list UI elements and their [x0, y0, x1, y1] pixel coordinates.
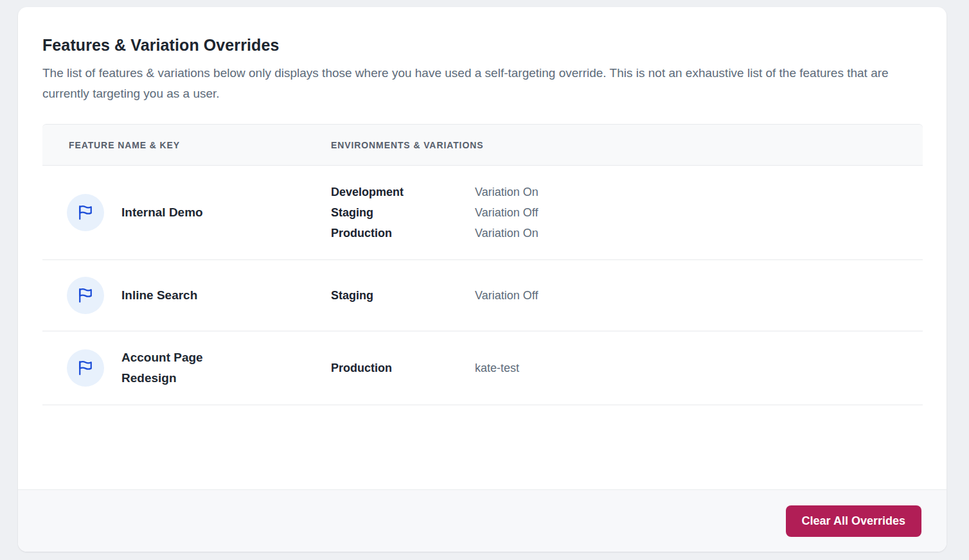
table-row: Internal Demo Development Staging Produc…	[42, 166, 923, 260]
environment-name: Development	[331, 182, 475, 202]
feature-cell: Inline Search	[42, 277, 331, 314]
environment-names: Staging	[331, 285, 475, 306]
variation-value: Variation Off	[475, 202, 923, 223]
feature-name: Inline Search	[121, 285, 197, 306]
environment-names: Production	[331, 358, 475, 378]
feature-name: Account Page Redesign	[121, 347, 227, 389]
variation-value: Variation Off	[475, 285, 923, 306]
variation-values: Variation On Variation Off Variation On	[475, 182, 923, 243]
page-description: The list of features & variations below …	[42, 63, 907, 104]
table-row: Account Page Redesign Production kate-te…	[42, 331, 923, 405]
column-header-environments: Environments & Variations	[331, 140, 923, 150]
panel-footer: Clear All Overrides	[18, 489, 947, 552]
environment-name: Production	[331, 358, 475, 378]
variation-values: kate-test	[475, 358, 923, 378]
clear-all-overrides-button[interactable]: Clear All Overrides	[786, 505, 921, 537]
environment-name: Production	[331, 223, 475, 243]
feature-cell: Internal Demo	[42, 194, 331, 231]
variation-value: Variation On	[475, 182, 923, 202]
variation-values: Variation Off	[475, 285, 923, 306]
column-header-feature: Feature Name & Key	[42, 140, 331, 150]
overrides-table: Feature Name & Key Environments & Variat…	[42, 124, 923, 405]
flag-icon	[67, 277, 104, 314]
page-title: Features & Variation Overrides	[42, 35, 922, 55]
table-header-row: Feature Name & Key Environments & Variat…	[42, 124, 923, 166]
overrides-panel: Features & Variation Overrides The list …	[18, 7, 947, 552]
feature-cell: Account Page Redesign	[42, 347, 331, 389]
table-row: Inline Search Staging Variation Off	[42, 260, 923, 331]
panel-content: Features & Variation Overrides The list …	[18, 7, 947, 489]
flag-icon	[67, 349, 104, 387]
environment-name: Staging	[331, 202, 475, 223]
variation-value: kate-test	[475, 358, 923, 378]
environment-names: Development Staging Production	[331, 182, 475, 243]
variation-value: Variation On	[475, 223, 923, 243]
feature-name: Internal Demo	[121, 202, 203, 223]
environment-name: Staging	[331, 285, 475, 306]
flag-icon	[67, 194, 104, 231]
